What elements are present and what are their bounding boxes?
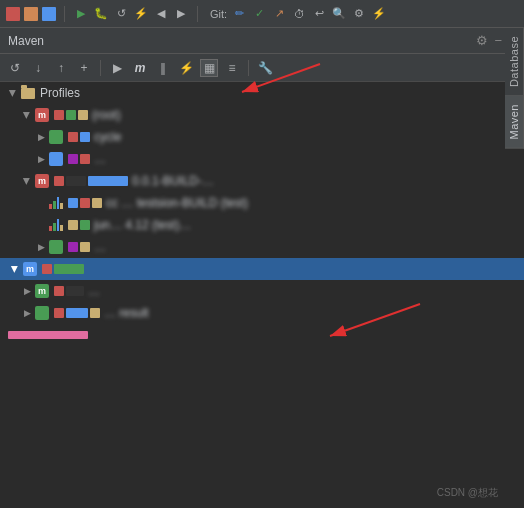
st-separator-1 xyxy=(100,60,101,76)
tree-item-dep1[interactable]: ▶ … xyxy=(0,148,524,170)
result-color-row xyxy=(54,308,100,318)
module1-color-row xyxy=(54,176,128,186)
forward-icon[interactable]: ▶ xyxy=(173,6,189,22)
chevron-lifecycle1: ▶ xyxy=(34,240,48,254)
sub1-icon xyxy=(34,283,50,299)
chevron-root: ▶ xyxy=(20,108,34,122)
junit-color-row xyxy=(68,220,90,230)
st-wrench-icon[interactable]: 🔧 xyxy=(256,59,274,77)
cycle-color-row xyxy=(68,132,90,142)
tree-item-pink[interactable] xyxy=(0,324,524,346)
st-lightning-icon[interactable]: ⚡ xyxy=(177,59,195,77)
tree-item-cc[interactable]: cc … testsion-BUILD (test) xyxy=(0,192,524,214)
git-clock-icon[interactable]: ⏱ xyxy=(291,6,307,22)
chevron-selected: ▶ xyxy=(8,262,22,276)
chevron-sub1: ▶ xyxy=(20,284,34,298)
cc-color-row xyxy=(68,198,102,208)
secondary-toolbar: ↺ ↓ ↑ + ▶ m ‖ ⚡ ▦ ≡ 🔧 xyxy=(0,54,524,82)
cc-bar-icon xyxy=(48,195,64,211)
right-tabs-container: Database Maven xyxy=(504,28,524,508)
git-pencil-icon[interactable]: ✏ xyxy=(231,6,247,22)
st-separator-2 xyxy=(248,60,249,76)
cc-label: cc … testsion-BUILD (test) xyxy=(106,196,248,210)
toolbar-separator-2 xyxy=(197,6,198,22)
chevron-module1: ▶ xyxy=(20,174,34,188)
cycle-icon xyxy=(48,129,64,145)
dep1-icon xyxy=(48,151,64,167)
panel-titlebar: Maven ⚙ − ‖ xyxy=(0,28,524,54)
st-add-icon[interactable]: + xyxy=(75,59,93,77)
blue-square-icon[interactable] xyxy=(42,7,56,21)
run-icon[interactable]: ▶ xyxy=(73,6,89,22)
maven-tree: ▶ Profiles ▶ (root) ▶ cycle ▶ xyxy=(0,82,524,508)
tree-item-sub1[interactable]: ▶ … xyxy=(0,280,524,302)
panel-minimize-icon[interactable]: − xyxy=(494,33,502,48)
cycle-label: cycle xyxy=(94,130,121,144)
power-icon[interactable]: ⚡ xyxy=(371,6,387,22)
chevron-result: ▶ xyxy=(20,306,34,320)
st-parallel-icon[interactable]: ‖ xyxy=(154,59,172,77)
root-label: (root) xyxy=(92,108,121,122)
tree-item-cycle[interactable]: ▶ cycle xyxy=(0,126,524,148)
watermark: CSDN @想花 xyxy=(437,486,498,500)
red-square-icon[interactable] xyxy=(6,7,20,21)
tree-item-lifecycle1[interactable]: ▶ … xyxy=(0,236,524,258)
top-toolbar: ▶ 🐛 ↺ ⚡ ◀ ▶ Git: ✏ ✓ ↗ ⏱ ↩ 🔍 ⚙ ⚡ xyxy=(0,0,524,28)
st-grid-icon[interactable]: ▦ xyxy=(200,59,218,77)
tree-item-selected[interactable]: ▶ xyxy=(0,258,524,280)
st-down-icon[interactable]: ↓ xyxy=(29,59,47,77)
st-refresh-icon[interactable]: ↺ xyxy=(6,59,24,77)
result-label: … result xyxy=(104,306,149,320)
chevron-dep1: ▶ xyxy=(34,152,48,166)
tab-database[interactable]: Database xyxy=(505,28,524,96)
dep1-label: … xyxy=(94,152,106,166)
tree-item-junit[interactable]: jun… 4.12 (test)… xyxy=(0,214,524,236)
chevron-profiles: ▶ xyxy=(6,86,20,100)
st-up-icon[interactable]: ↑ xyxy=(52,59,70,77)
search-icon[interactable]: 🔍 xyxy=(331,6,347,22)
root-color-row xyxy=(54,110,88,120)
st-maven-icon[interactable]: m xyxy=(131,59,149,77)
sub1-label: … xyxy=(88,284,100,298)
dep1-color-row xyxy=(68,154,90,164)
settings-icon[interactable]: ⚙ xyxy=(351,6,367,22)
panel-title: Maven xyxy=(8,34,476,48)
result-icon xyxy=(34,305,50,321)
lifecycle1-label: … xyxy=(94,240,106,254)
pink-color-row xyxy=(8,331,88,339)
junit-label: jun… 4.12 (test)… xyxy=(94,218,191,232)
tab-maven[interactable]: Maven xyxy=(505,96,524,149)
panel-settings-icon[interactable]: ⚙ xyxy=(476,33,488,48)
module1-label: 0.0.1-BUILD-… xyxy=(132,174,214,188)
st-run-icon[interactable]: ▶ xyxy=(108,59,126,77)
selected-color-row xyxy=(42,264,84,274)
chevron-junit xyxy=(34,218,48,232)
junit-bar-icon xyxy=(48,217,64,233)
orange-square-icon[interactable] xyxy=(24,7,38,21)
tree-item-result[interactable]: ▶ … result xyxy=(0,302,524,324)
git-label: Git: xyxy=(210,8,227,20)
module1-icon xyxy=(34,173,50,189)
lifecycle1-icon xyxy=(48,239,64,255)
profiles-folder-icon xyxy=(20,85,36,101)
chevron-cc xyxy=(34,196,48,210)
git-check-icon[interactable]: ✓ xyxy=(251,6,267,22)
lightning-icon[interactable]: ⚡ xyxy=(133,6,149,22)
profiles-label: Profiles xyxy=(40,86,80,100)
sub1-color-row xyxy=(54,286,84,296)
lifecycle1-color-row xyxy=(68,242,90,252)
back-icon[interactable]: ◀ xyxy=(153,6,169,22)
tree-item-module1[interactable]: ▶ 0.0.1-BUILD-… xyxy=(0,170,524,192)
selected-maven-icon xyxy=(22,261,38,277)
git-undo-icon[interactable]: ↩ xyxy=(311,6,327,22)
st-filter-icon[interactable]: ≡ xyxy=(223,59,241,77)
tree-item-profiles[interactable]: ▶ Profiles xyxy=(0,82,524,104)
root-maven-icon xyxy=(34,107,50,123)
toolbar-separator-1 xyxy=(64,6,65,22)
tree-item-root[interactable]: ▶ (root) xyxy=(0,104,524,126)
git-arrow-icon[interactable]: ↗ xyxy=(271,6,287,22)
chevron-cycle: ▶ xyxy=(34,130,48,144)
debug-icon[interactable]: 🐛 xyxy=(93,6,109,22)
refresh-icon[interactable]: ↺ xyxy=(113,6,129,22)
